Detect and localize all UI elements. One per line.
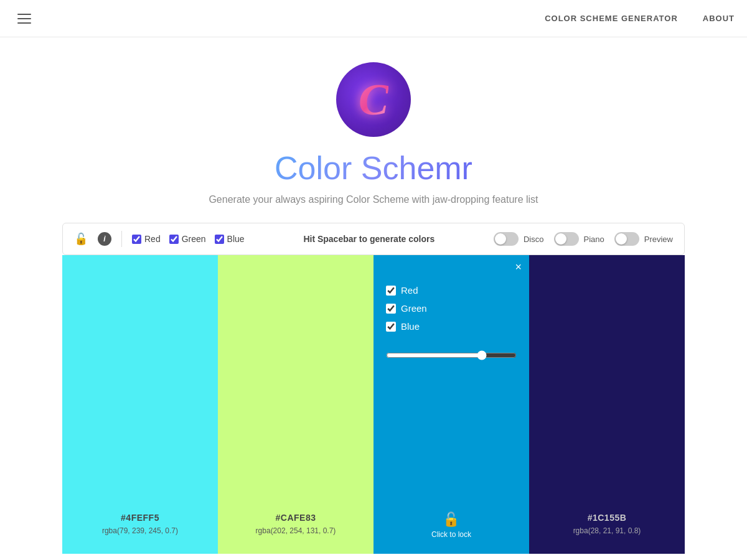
logo-letter: C: [359, 74, 388, 126]
color-panel-2[interactable]: #CAFE83 rgba(202, 254, 131, 0.7): [218, 255, 374, 554]
color-panel-1[interactable]: #4FEFF5 rgba(79, 239, 245, 0.7): [62, 255, 218, 554]
checkbox-red[interactable]: Red: [132, 234, 161, 244]
popup-lock-label: Click to lock: [431, 530, 471, 539]
toggle-preview-switch[interactable]: [614, 232, 639, 246]
popup-checkbox-green[interactable]: Green: [386, 303, 427, 314]
checkbox-red-label: Red: [144, 234, 161, 244]
checkbox-blue-label: Blue: [227, 234, 245, 244]
toggle-preview-knob: [616, 233, 627, 245]
toggle-preview-label: Preview: [644, 235, 673, 244]
toggle-piano-group: Piano: [554, 232, 604, 246]
hamburger-menu-icon[interactable]: [12, 9, 36, 29]
checkbox-green-label: Green: [182, 234, 206, 244]
panel-4-rgba: rgba(28, 21, 91, 0.8): [573, 526, 641, 535]
popup-close-button[interactable]: ×: [515, 261, 522, 273]
toolbar-checkbox-group: Red Green Blue: [132, 234, 245, 244]
spacebar-hint: Hit Spacebar to generate colors: [255, 234, 484, 244]
toggle-preview-group: Preview: [614, 232, 673, 246]
toolbar-divider: [121, 231, 122, 247]
panel-2-hex: #CAFE83: [276, 513, 316, 523]
popup-checkbox-blue[interactable]: Blue: [386, 321, 427, 332]
toggle-disco-group: Disco: [494, 232, 544, 246]
panel-2-rgba: rgba(202, 254, 131, 0.7): [256, 526, 336, 535]
popup-checkbox-green-input[interactable]: [386, 304, 396, 314]
color-popup: × Red Green Blue: [374, 255, 529, 554]
toggle-disco-switch[interactable]: [494, 232, 519, 246]
toggle-piano-label: Piano: [584, 235, 604, 244]
navbar-left: [12, 9, 36, 29]
hero-section: C Color Schemr Generate your always aspi…: [0, 37, 747, 560]
checkbox-blue[interactable]: Blue: [215, 234, 245, 244]
hero-subtitle: Generate your always aspiring Color Sche…: [209, 194, 538, 205]
popup-checkbox-blue-input[interactable]: [386, 322, 396, 332]
popup-checkbox-red-input[interactable]: [386, 286, 396, 296]
popup-checkbox-green-label: Green: [401, 303, 427, 314]
toggle-piano-knob: [555, 233, 566, 245]
popup-opacity-slider[interactable]: [386, 350, 517, 360]
logo-circle: C: [336, 62, 411, 137]
popup-checkbox-group: Red Green Blue: [386, 285, 427, 332]
popup-lock-area[interactable]: 🔓 Click to lock: [431, 511, 471, 539]
navbar: COLOR SCHEME GENERATOR ABOUT: [0, 0, 747, 37]
panel-1-hex: #4FEFF5: [121, 513, 159, 523]
nav-color-scheme-generator[interactable]: COLOR SCHEME GENERATOR: [545, 14, 678, 23]
navbar-right: COLOR SCHEME GENERATOR ABOUT: [545, 14, 735, 23]
checkbox-red-input[interactable]: [132, 235, 141, 244]
checkbox-green[interactable]: Green: [169, 234, 206, 244]
nav-about[interactable]: ABOUT: [703, 14, 735, 23]
toggle-disco-knob: [495, 233, 506, 245]
color-panels: #4FEFF5 rgba(79, 239, 245, 0.7) #CAFE83 …: [62, 255, 685, 554]
toolbar-info-icon[interactable]: i: [98, 232, 111, 246]
toolbar: 🔓 i Red Green Blue Hit Spacebar to gener…: [62, 223, 685, 255]
toolbar-lock-icon[interactable]: 🔓: [74, 232, 88, 246]
checkbox-blue-input[interactable]: [215, 235, 224, 244]
popup-checkbox-red[interactable]: Red: [386, 285, 427, 296]
checkbox-green-input[interactable]: [169, 235, 179, 244]
popup-checkbox-blue-label: Blue: [401, 321, 420, 332]
color-panel-3[interactable]: × Red Green Blue: [374, 255, 529, 554]
popup-slider-row: [386, 350, 517, 360]
hero-title: Color Schemr: [275, 149, 472, 187]
color-panel-4[interactable]: #1C155B rgba(28, 21, 91, 0.8): [529, 255, 685, 554]
popup-lock-icon: 🔓: [443, 511, 459, 528]
toggle-disco-label: Disco: [524, 235, 544, 244]
panel-4-hex: #1C155B: [588, 513, 627, 523]
toggle-piano-switch[interactable]: [554, 232, 579, 246]
panel-1-rgba: rgba(79, 239, 245, 0.7): [102, 526, 178, 535]
popup-checkbox-red-label: Red: [401, 285, 418, 296]
